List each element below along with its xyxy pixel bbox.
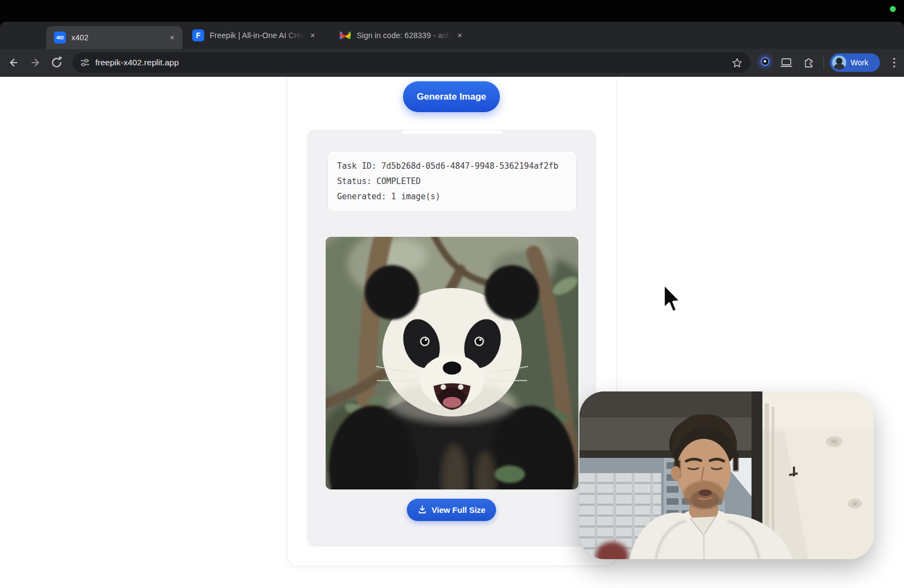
url-text[interactable]: freepik-x402.replit.app <box>95 58 731 68</box>
gmail-favicon-icon <box>339 29 351 41</box>
recording-indicator-dot <box>890 6 896 12</box>
web-page: Generate Image Task ID: 7d5b268d-05d6-48… <box>0 77 904 588</box>
view-full-size-label: View Full Size <box>432 505 486 514</box>
tab-close-icon[interactable]: ✕ <box>308 30 317 40</box>
generated-count-line: Generated: 1 image(s) <box>337 192 441 204</box>
download-icon <box>418 505 427 516</box>
generated-value: 1 image(s) <box>391 192 440 201</box>
tab-freepik[interactable]: F Freepik | All-in-One AI Creati ✕ <box>185 22 323 49</box>
generated-label: Generated: <box>337 192 391 201</box>
recording-extension-icon[interactable] <box>761 57 769 66</box>
generated-panda-image[interactable] <box>326 237 578 489</box>
tab-close-icon[interactable]: ✕ <box>167 33 177 42</box>
forward-button[interactable] <box>27 54 44 71</box>
profile-label: Work <box>851 58 868 67</box>
status-label: Status: <box>337 176 376 186</box>
generate-image-button[interactable]: Generate Image <box>403 81 500 112</box>
tab-close-icon[interactable]: ✕ <box>455 30 465 40</box>
mouse-cursor <box>661 284 684 314</box>
x402-favicon-icon: 402 <box>54 32 66 44</box>
task-id-value: 7d5b268d-05d6-4847-9948-5362194af2fb <box>381 161 558 171</box>
tab-title: Sign in code: 628339 - ash.n <box>357 31 451 40</box>
tab-title: x402 <box>71 33 164 42</box>
tab-strip: 402 x402 ✕ F Freepik | All-in-One AI Cre… <box>0 22 904 49</box>
webcam-overlay[interactable] <box>579 391 874 559</box>
profile-button[interactable]: Work <box>830 53 880 72</box>
avatar <box>832 56 846 70</box>
tab-gmail-signin[interactable]: Sign in code: 628339 - ash.n ✕ <box>332 22 470 49</box>
status-line: Status: COMPLETED <box>337 176 421 188</box>
screenshot-root: 402 x402 ✕ F Freepik | All-in-One AI Cre… <box>0 0 904 588</box>
generate-image-label: Generate Image <box>417 91 486 102</box>
screen-share-icon[interactable] <box>779 56 793 70</box>
browser-toolbar: freepik-x402.replit.app <box>0 49 904 77</box>
extensions-puzzle-icon[interactable] <box>802 56 816 70</box>
task-id-label: Task ID: <box>337 161 381 171</box>
reload-button[interactable] <box>48 54 65 71</box>
task-id-line: Task ID: 7d5b268d-05d6-4847-9948-5362194… <box>337 161 558 173</box>
macos-menubar <box>0 0 904 22</box>
status-value: COMPLETED <box>376 176 420 186</box>
view-full-size-button[interactable]: View Full Size <box>407 499 496 521</box>
bookmark-star-icon[interactable] <box>731 57 743 69</box>
result-card-peek-bar <box>402 130 503 134</box>
site-settings-icon[interactable] <box>80 57 90 68</box>
freepik-favicon-icon: F <box>192 29 204 41</box>
browser-window: 402 x402 ✕ F Freepik | All-in-One AI Cre… <box>0 22 904 588</box>
url-bar[interactable]: freepik-x402.replit.app <box>72 52 750 73</box>
browser-menu-icon[interactable] <box>889 55 900 70</box>
back-button[interactable] <box>5 54 22 71</box>
tab-title: Freepik | All-in-One AI Creati <box>210 31 304 40</box>
tab-x402[interactable]: 402 x402 ✕ <box>46 26 182 49</box>
toolbar-separator <box>823 56 824 70</box>
